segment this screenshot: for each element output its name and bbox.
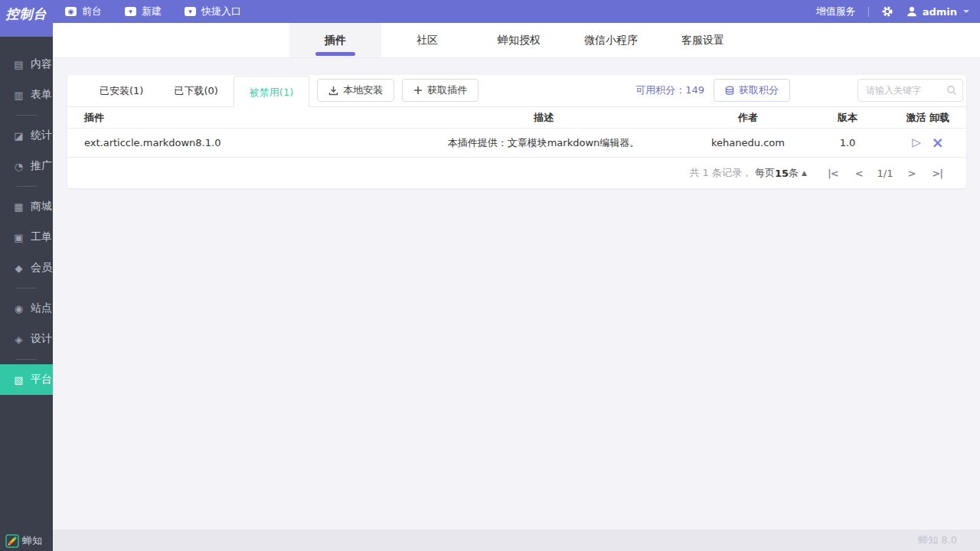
- sidebar-item-content[interactable]: ▤ 内容: [0, 49, 53, 80]
- sidebar-item-label: 站点: [31, 302, 52, 315]
- stats-icon: ◪: [13, 130, 24, 142]
- record-summary: 共 1 条记录，: [689, 166, 752, 180]
- subtab-disabled[interactable]: 被禁用(1): [234, 76, 309, 107]
- activate-icon[interactable]: ▷: [912, 137, 921, 148]
- tab-wechat-miniprogram[interactable]: 微信小程序: [565, 23, 657, 57]
- topbar-item-quick-entry[interactable]: ▾ 快捷入口: [185, 5, 241, 18]
- per-page-prefix: 每页: [755, 166, 775, 180]
- topbar-item-label: 前台: [82, 5, 102, 18]
- next-page-button[interactable]: >: [899, 168, 923, 179]
- local-install-label: 本地安装: [343, 83, 383, 97]
- content-icon: ▤: [13, 59, 24, 70]
- search-icon[interactable]: [946, 85, 957, 96]
- sidebar-item-member[interactable]: ◆ 会员: [0, 253, 53, 283]
- subtab-downloaded[interactable]: 已下载(0): [158, 75, 233, 106]
- plugins-panel: 已安装(1) 已下载(0) 被禁用(1) 本地安装: [67, 75, 966, 188]
- search-box: [858, 79, 963, 102]
- form-icon: ▥: [13, 90, 24, 101]
- plugin-author: kehanedu.com: [691, 137, 805, 148]
- sidebar-item-ticket[interactable]: ▣ 工单: [0, 222, 53, 253]
- gear-icon[interactable]: [881, 5, 893, 18]
- local-install-button[interactable]: 本地安装: [317, 79, 394, 102]
- toolbar-buttons: 本地安装 获取插件: [317, 74, 479, 106]
- topbar-menu: ◉ 前台 ▾ 新建 ▾ 快捷入口: [65, 0, 241, 23]
- topbar-item-label: 新建: [142, 5, 162, 18]
- sidebar-divider: [16, 186, 37, 187]
- tab-plugins[interactable]: 插件: [289, 23, 381, 57]
- sidebar-divider: [16, 288, 37, 289]
- sidebar-item-mall[interactable]: ▦ 商城: [0, 191, 53, 222]
- mall-icon: ▦: [13, 201, 24, 213]
- topbar: ◉ 前台 ▾ 新建 ▾ 快捷入口 增值服务 a: [0, 0, 980, 23]
- sidebar-item-label: 会员: [31, 261, 52, 275]
- app-logo[interactable]: 控制台: [0, 0, 53, 37]
- design-icon: ◈: [13, 334, 24, 345]
- last-page-button[interactable]: >|: [923, 168, 951, 179]
- per-page-select[interactable]: 每页 15 条▲: [755, 166, 807, 180]
- sidebar-item-label: 工单: [31, 230, 52, 244]
- platform-icon: ▧: [13, 374, 24, 386]
- pagination: 共 1 条记录， 每页 15 条▲ |< < 1/1 > >|: [67, 158, 966, 188]
- subtab-installed[interactable]: 已安装(1): [84, 75, 158, 106]
- first-page-button[interactable]: |<: [819, 168, 847, 179]
- topbar-divider: [868, 7, 869, 17]
- plus-icon: [413, 86, 423, 95]
- user-avatar-icon: [906, 5, 918, 18]
- version-watermark: 蝉知 8.0: [918, 533, 957, 547]
- tabbar: 插件 社区 蝉知授权 微信小程序 客服设置: [53, 23, 980, 58]
- download-icon: [328, 86, 338, 96]
- get-points-button[interactable]: 获取积分: [714, 79, 790, 102]
- username: admin: [923, 6, 957, 18]
- sidebar-item-design[interactable]: ◈ 设计: [0, 324, 53, 354]
- sidebar-brand: 蝉知: [5, 534, 42, 548]
- col-header-plugin: 插件: [67, 111, 397, 125]
- col-header-desc: 描述: [397, 111, 691, 125]
- sidebar-divider: [16, 359, 37, 360]
- get-points-label: 获取积分: [739, 83, 779, 97]
- sidebar-item-label: 表单: [31, 88, 52, 102]
- uninstall-icon[interactable]: ×: [932, 135, 944, 150]
- caret-down-icon: [963, 10, 969, 13]
- sidebar-item-form[interactable]: ▥ 表单: [0, 80, 53, 110]
- sidebar-item-label: 内容: [31, 57, 52, 71]
- toolbar-right: 可用积分：149 获取积分: [635, 74, 966, 106]
- brand-name: 蝉知: [22, 534, 42, 548]
- sidebar-item-site[interactable]: ◉ 站点: [0, 293, 53, 324]
- main-area: 插件 社区 蝉知授权 微信小程序 客服设置 已安装(1) 已下载(0) 被禁用(…: [53, 23, 980, 551]
- sidebar-item-label: 设计: [31, 332, 52, 346]
- user-menu[interactable]: admin: [906, 5, 969, 18]
- sidebar-divider: [16, 115, 37, 116]
- caret-up-icon: ▲: [802, 169, 807, 177]
- topbar-item-new[interactable]: ▾ 新建: [125, 5, 162, 18]
- sidebar: ▤ 内容 ▥ 表单 ◪ 统计 ◔ 推广 ▦ 商城 ▣ 工单 ◆ 会员 ◉ 站点 …: [0, 37, 53, 551]
- topbar-right: 增值服务 admin: [816, 0, 969, 23]
- get-plugins-button[interactable]: 获取插件: [402, 79, 479, 102]
- sidebar-item-label: 推广: [31, 159, 52, 173]
- sidebar-item-stats[interactable]: ◪ 统计: [0, 120, 53, 151]
- sidebar-item-promotion[interactable]: ◔ 推广: [0, 151, 53, 181]
- tab-community[interactable]: 社区: [381, 23, 473, 57]
- sidebar-item-label: 统计: [31, 129, 52, 142]
- promotion-icon: ◔: [13, 161, 24, 172]
- caret-down-badge-icon: ▾: [125, 7, 136, 16]
- row-actions: ▷ ×: [890, 135, 966, 150]
- site-icon: ◉: [13, 303, 24, 315]
- tab-customer-service[interactable]: 客服设置: [657, 23, 749, 57]
- per-page-count: 15: [775, 168, 789, 179]
- tab-license[interactable]: 蝉知授权: [473, 23, 565, 57]
- plugin-version: 1.0: [805, 137, 890, 148]
- sidebar-item-label: 商城: [31, 200, 52, 214]
- caret-down-badge-icon: ▾: [185, 7, 196, 16]
- points-label: 可用积分：: [635, 84, 685, 96]
- topbar-item-front[interactable]: ◉ 前台: [65, 5, 102, 18]
- value-added-services-link[interactable]: 增值服务: [816, 5, 856, 18]
- pager-controls: |< < 1/1 > >|: [819, 168, 951, 179]
- member-icon: ◆: [13, 262, 24, 274]
- col-header-actions: 激活 卸载: [890, 111, 966, 125]
- table-row: ext.articcle.markdown8.1.0 本插件提供：文章模块mar…: [67, 129, 966, 158]
- plugin-name: ext.articcle.markdown8.1.0: [67, 137, 397, 148]
- prev-page-button[interactable]: <: [847, 168, 871, 179]
- page-indicator: 1/1: [871, 168, 900, 179]
- sidebar-item-platform[interactable]: ▧ 平台: [0, 364, 53, 395]
- points-available: 可用积分：149: [635, 83, 704, 97]
